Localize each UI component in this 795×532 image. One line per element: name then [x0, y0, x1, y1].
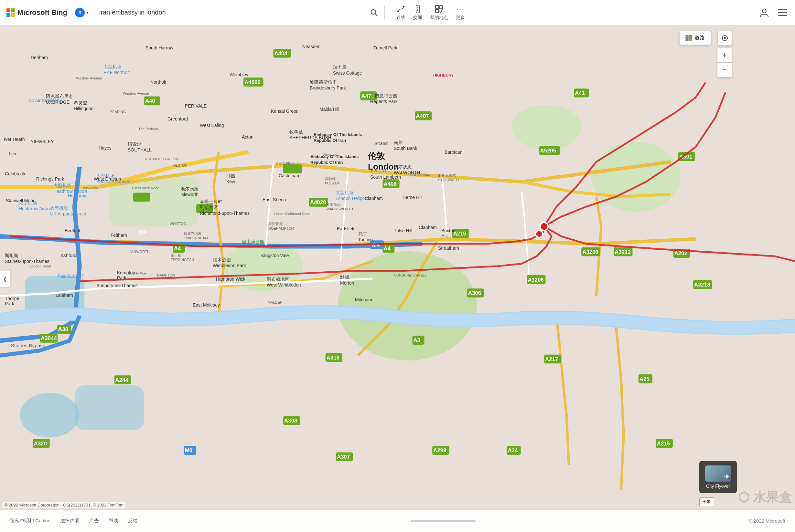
svg-line-1: [375, 14, 377, 16]
traffic-label: 交通: [413, 15, 422, 21]
nav-more[interactable]: ··· 更多: [456, 4, 465, 21]
svg-rect-22: [75, 385, 144, 430]
svg-rect-7: [435, 5, 439, 9]
svg-text:A3206: A3206: [528, 277, 544, 283]
svg-point-3: [403, 5, 405, 7]
search-box: [94, 5, 385, 20]
svg-point-5: [417, 6, 419, 8]
bottom-copyright: © 2022 Microsoft: [748, 518, 785, 524]
svg-text:A306: A306: [468, 290, 481, 296]
svg-text:A407: A407: [416, 113, 429, 119]
svg-text:A406: A406: [383, 181, 396, 187]
svg-point-2: [397, 11, 399, 12]
map-svg: M4 M25 M4 A404 A4090: [0, 25, 795, 532]
svg-text:A404: A404: [274, 51, 287, 57]
svg-rect-102: [689, 38, 691, 41]
svg-text:A40: A40: [145, 98, 155, 104]
svg-text:A298: A298: [433, 448, 446, 454]
routes-icon: [396, 4, 405, 14]
svg-point-10: [762, 9, 766, 13]
svg-point-97: [540, 223, 548, 231]
search-input[interactable]: [99, 9, 366, 16]
nav-items: 路线 交通 我的地点 ··· 更多: [396, 4, 465, 21]
ads-link[interactable]: 广告: [89, 518, 99, 524]
location-icon: [721, 35, 728, 42]
privacy-link[interactable]: 隐私声明和 Cookie: [10, 518, 51, 524]
more-dots-icon: ···: [456, 4, 465, 14]
svg-rect-101: [686, 38, 688, 41]
tab-indicator[interactable]: 3 ▾: [75, 8, 89, 17]
svg-rect-99: [686, 35, 688, 38]
svg-text:A215: A215: [657, 441, 670, 447]
routes-label: 路线: [396, 15, 405, 21]
svg-text:A217: A217: [545, 356, 558, 362]
svg-text:A5205: A5205: [540, 148, 556, 154]
svg-rect-41: [133, 193, 150, 202]
header-right: [758, 6, 789, 19]
hamburger-icon: [778, 9, 787, 16]
feedback-link[interactable]: 反馈: [128, 518, 138, 524]
city-flyover-button[interactable]: ✈ City Flyover: [699, 461, 737, 493]
zoom-in-button[interactable]: +: [718, 48, 731, 62]
svg-text:M4: M4: [139, 229, 147, 235]
svg-text:A41: A41: [575, 90, 585, 96]
svg-text:A30: A30: [58, 326, 68, 332]
svg-text:A3: A3: [414, 337, 421, 343]
map-type-icon: [685, 35, 692, 41]
traffic-icon: [413, 4, 422, 14]
city-flyover-label: City Flyover: [706, 483, 730, 489]
svg-text:A2218: A2218: [694, 282, 710, 288]
svg-rect-40: [196, 204, 213, 213]
map-copyright: © 2022 Microsoft Corporation · GS(2021)1…: [3, 502, 125, 508]
map-container[interactable]: M4 M25 M4 A404 A4090: [0, 25, 795, 532]
svg-text:A307: A307: [337, 454, 350, 460]
svg-text:A476: A476: [361, 93, 374, 99]
svg-text:A316: A316: [327, 355, 340, 361]
svg-text:A3220: A3220: [582, 249, 598, 255]
location-button[interactable]: [718, 31, 732, 45]
microsoft-logo: Microsoft Bing: [6, 8, 67, 17]
svg-point-18: [512, 105, 581, 150]
svg-rect-8: [439, 5, 442, 9]
zoom-controls: + −: [717, 48, 732, 77]
scroll-indicator[interactable]: [411, 520, 475, 522]
svg-rect-4: [416, 5, 419, 13]
svg-text:A25: A25: [639, 376, 650, 382]
map-type-button[interactable]: 道路: [679, 31, 711, 45]
sidebar-collapse-button[interactable]: ❮: [0, 270, 10, 287]
svg-text:A3044: A3044: [41, 335, 57, 341]
bottom-links: 隐私声明和 Cookie 法律声明 广告 帮助 反馈: [10, 518, 138, 524]
svg-text:A4020: A4020: [310, 199, 326, 205]
map-type-label: 道路: [694, 35, 705, 41]
zoom-out-button[interactable]: −: [718, 63, 731, 77]
tab-arrow-icon[interactable]: ▾: [87, 10, 89, 15]
svg-point-98: [536, 230, 543, 238]
nav-traffic[interactable]: 交通: [413, 4, 422, 21]
svg-rect-100: [689, 35, 691, 38]
svg-text:M0: M0: [185, 448, 192, 454]
user-icon: [759, 8, 769, 17]
search-button[interactable]: [369, 7, 379, 18]
menu-button[interactable]: [777, 8, 789, 17]
user-button[interactable]: [758, 6, 771, 19]
svg-text:A4: A4: [174, 246, 181, 252]
svg-rect-9: [435, 10, 439, 13]
svg-rect-39: [283, 165, 302, 173]
more-label: 更多: [456, 15, 465, 21]
bottom-center: [138, 520, 749, 522]
svg-text:A4090: A4090: [245, 79, 260, 85]
nav-myplaces[interactable]: 我的地点: [430, 4, 448, 21]
bing-logo-text: Microsoft Bing: [17, 8, 67, 17]
legal-link[interactable]: 法律声明: [60, 518, 79, 524]
help-link[interactable]: 帮助: [109, 518, 118, 524]
svg-point-0: [371, 10, 376, 14]
tab-count-badge[interactable]: 3: [75, 8, 85, 17]
svg-text:A308: A308: [284, 418, 297, 424]
svg-text:A24: A24: [508, 448, 518, 454]
svg-point-6: [417, 9, 419, 11]
svg-text:Staines Bypass: Staines Bypass: [11, 343, 45, 348]
svg-point-104: [724, 37, 726, 39]
svg-text:A320: A320: [34, 441, 47, 447]
myplaces-label: 我的地点: [430, 15, 448, 21]
nav-routes[interactable]: 路线: [396, 4, 405, 21]
